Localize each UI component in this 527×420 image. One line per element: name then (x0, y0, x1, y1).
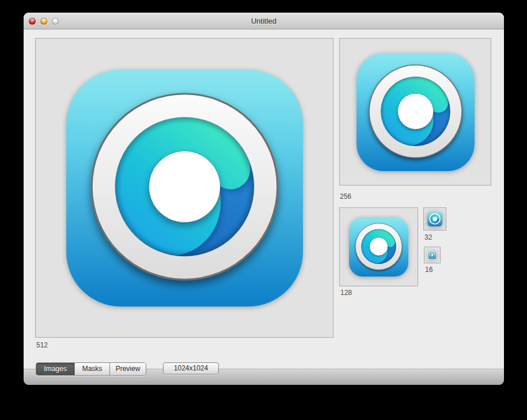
image-well-256[interactable] (339, 38, 491, 186)
well-label-16: 16 (425, 266, 433, 274)
window-title: Untitled (24, 17, 504, 25)
app-icon-16-image (429, 251, 436, 259)
image-well-16[interactable] (424, 247, 441, 263)
well-label-256: 256 (340, 192, 351, 200)
image-well-512[interactable] (35, 38, 333, 338)
app-icon-512-image (66, 70, 303, 307)
image-well-32[interactable] (423, 207, 446, 230)
size-1024-button[interactable]: 1024x1024 (163, 362, 219, 374)
tab-masks[interactable]: Masks (74, 363, 109, 375)
app-icon-32-image (427, 211, 442, 226)
screenshot-root: { "window": { "title": "Untitled" }, "tr… (0, 0, 527, 420)
well-label-128: 128 (340, 289, 352, 297)
app-window: Untitled 512 (24, 13, 504, 385)
image-well-128[interactable] (339, 207, 418, 286)
titlebar[interactable]: Untitled (24, 13, 504, 29)
well-label-512: 512 (36, 341, 48, 349)
bottom-bar: Images Masks Preview 1024x1024 (24, 369, 504, 385)
app-icon-128-image (349, 217, 408, 277)
well-label-32: 32 (424, 233, 432, 241)
app-icon-256-image (357, 53, 475, 171)
tab-preview[interactable]: Preview (109, 363, 146, 375)
tab-images[interactable]: Images (36, 363, 74, 375)
view-mode-segmented-control: Images Masks Preview (36, 362, 146, 376)
